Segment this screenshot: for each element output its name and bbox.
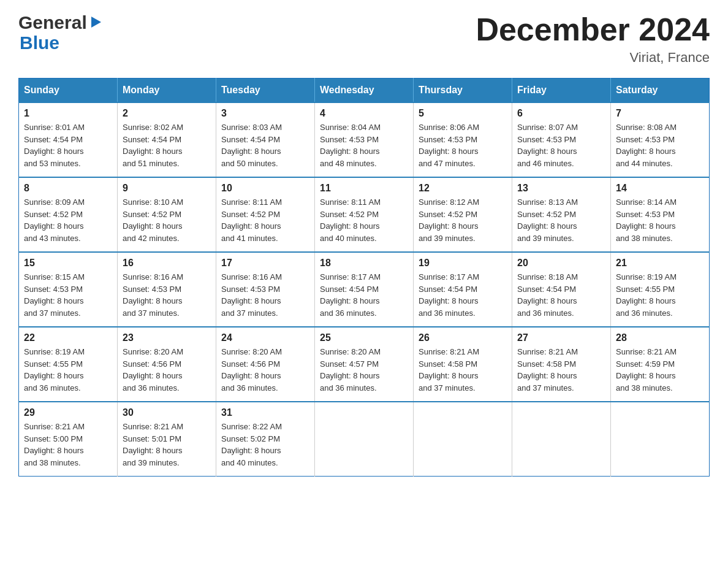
day-info: Sunrise: 8:17 AMSunset: 4:54 PMDaylight:… (419, 271, 507, 319)
day-number: 11 (320, 183, 408, 194)
calendar-week-row: 1Sunrise: 8:01 AMSunset: 4:54 PMDaylight… (19, 102, 710, 177)
day-number: 7 (616, 108, 704, 119)
day-info: Sunrise: 8:01 AMSunset: 4:54 PMDaylight:… (24, 121, 112, 169)
day-info: Sunrise: 8:17 AMSunset: 4:54 PMDaylight:… (320, 271, 408, 319)
calendar-cell: 20Sunrise: 8:18 AMSunset: 4:54 PMDayligh… (512, 252, 611, 327)
logo-blue-text: Blue (20, 33, 102, 53)
day-number: 22 (24, 332, 112, 343)
calendar-cell: 7Sunrise: 8:08 AMSunset: 4:53 PMDaylight… (611, 102, 710, 177)
day-number: 10 (221, 183, 309, 194)
calendar-cell: 26Sunrise: 8:21 AMSunset: 4:58 PMDayligh… (414, 327, 512, 402)
day-number: 26 (419, 332, 507, 343)
weekday-header-row: SundayMondayTuesdayWednesdayThursdayFrid… (19, 79, 710, 103)
day-number: 29 (24, 407, 112, 418)
calendar-cell: 5Sunrise: 8:06 AMSunset: 4:53 PMDaylight… (414, 102, 512, 177)
day-number: 15 (24, 258, 112, 269)
calendar-cell: 15Sunrise: 8:15 AMSunset: 4:53 PMDayligh… (19, 252, 118, 327)
day-number: 21 (616, 258, 704, 269)
day-info: Sunrise: 8:19 AMSunset: 4:55 PMDaylight:… (24, 346, 112, 394)
day-info: Sunrise: 8:20 AMSunset: 4:57 PMDaylight:… (320, 346, 408, 394)
calendar-week-row: 8Sunrise: 8:09 AMSunset: 4:52 PMDaylight… (19, 177, 710, 252)
day-info: Sunrise: 8:11 AMSunset: 4:52 PMDaylight:… (320, 196, 408, 244)
calendar-week-row: 15Sunrise: 8:15 AMSunset: 4:53 PMDayligh… (19, 252, 710, 327)
calendar-cell: 21Sunrise: 8:19 AMSunset: 4:55 PMDayligh… (611, 252, 710, 327)
page-header: General Blue December 2024 Viriat, Franc… (18, 12, 710, 66)
day-info: Sunrise: 8:10 AMSunset: 4:52 PMDaylight:… (123, 196, 211, 244)
day-info: Sunrise: 8:11 AMSunset: 4:52 PMDaylight:… (221, 196, 309, 244)
location-text: Viriat, France (476, 50, 710, 66)
month-title: December 2024 (476, 12, 710, 47)
day-number: 12 (419, 183, 507, 194)
calendar-cell: 6Sunrise: 8:07 AMSunset: 4:53 PMDaylight… (512, 102, 611, 177)
day-info: Sunrise: 8:14 AMSunset: 4:53 PMDaylight:… (616, 196, 704, 244)
day-number: 23 (123, 332, 211, 343)
weekday-header-tuesday: Tuesday (216, 79, 315, 103)
calendar-cell: 9Sunrise: 8:10 AMSunset: 4:52 PMDaylight… (118, 177, 216, 252)
weekday-header-thursday: Thursday (414, 79, 512, 103)
day-number: 6 (517, 108, 605, 119)
day-info: Sunrise: 8:08 AMSunset: 4:53 PMDaylight:… (616, 121, 704, 169)
day-number: 3 (221, 108, 309, 119)
logo: General Blue (18, 12, 102, 53)
day-number: 28 (616, 332, 704, 343)
calendar-cell: 11Sunrise: 8:11 AMSunset: 4:52 PMDayligh… (315, 177, 414, 252)
day-info: Sunrise: 8:16 AMSunset: 4:53 PMDaylight:… (221, 271, 309, 319)
day-info: Sunrise: 8:06 AMSunset: 4:53 PMDaylight:… (419, 121, 507, 169)
day-info: Sunrise: 8:20 AMSunset: 4:56 PMDaylight:… (123, 346, 211, 394)
calendar-week-row: 22Sunrise: 8:19 AMSunset: 4:55 PMDayligh… (19, 327, 710, 402)
day-number: 13 (517, 183, 605, 194)
day-info: Sunrise: 8:02 AMSunset: 4:54 PMDaylight:… (123, 121, 211, 169)
svg-marker-0 (91, 17, 101, 28)
calendar-cell: 27Sunrise: 8:21 AMSunset: 4:58 PMDayligh… (512, 327, 611, 402)
weekday-header-wednesday: Wednesday (315, 79, 414, 103)
weekday-header-sunday: Sunday (19, 79, 118, 103)
day-info: Sunrise: 8:21 AMSunset: 5:01 PMDaylight:… (123, 421, 211, 469)
calendar-cell: 13Sunrise: 8:13 AMSunset: 4:52 PMDayligh… (512, 177, 611, 252)
day-number: 19 (419, 258, 507, 269)
calendar-cell: 8Sunrise: 8:09 AMSunset: 4:52 PMDaylight… (19, 177, 118, 252)
calendar-cell (512, 402, 611, 477)
calendar-cell: 17Sunrise: 8:16 AMSunset: 4:53 PMDayligh… (216, 252, 315, 327)
calendar-cell: 2Sunrise: 8:02 AMSunset: 4:54 PMDaylight… (118, 102, 216, 177)
day-info: Sunrise: 8:04 AMSunset: 4:53 PMDaylight:… (320, 121, 408, 169)
calendar-cell: 1Sunrise: 8:01 AMSunset: 4:54 PMDaylight… (19, 102, 118, 177)
weekday-header-monday: Monday (118, 79, 216, 103)
day-info: Sunrise: 8:21 AMSunset: 4:58 PMDaylight:… (517, 346, 605, 394)
day-info: Sunrise: 8:18 AMSunset: 4:54 PMDaylight:… (517, 271, 605, 319)
day-number: 8 (24, 183, 112, 194)
calendar-cell: 28Sunrise: 8:21 AMSunset: 4:59 PMDayligh… (611, 327, 710, 402)
day-info: Sunrise: 8:22 AMSunset: 5:02 PMDaylight:… (221, 421, 309, 469)
calendar-table: SundayMondayTuesdayWednesdayThursdayFrid… (18, 78, 710, 477)
day-info: Sunrise: 8:15 AMSunset: 4:53 PMDaylight:… (24, 271, 112, 319)
calendar-cell (414, 402, 512, 477)
day-info: Sunrise: 8:07 AMSunset: 4:53 PMDaylight:… (517, 121, 605, 169)
logo-arrow-icon (89, 15, 102, 31)
calendar-cell (611, 402, 710, 477)
day-number: 2 (123, 108, 211, 119)
calendar-cell: 25Sunrise: 8:20 AMSunset: 4:57 PMDayligh… (315, 327, 414, 402)
logo-general-text: General (18, 12, 87, 33)
day-number: 20 (517, 258, 605, 269)
day-number: 25 (320, 332, 408, 343)
day-number: 30 (123, 407, 211, 418)
day-number: 16 (123, 258, 211, 269)
calendar-cell: 31Sunrise: 8:22 AMSunset: 5:02 PMDayligh… (216, 402, 315, 477)
title-block: December 2024 Viriat, France (476, 12, 710, 66)
day-info: Sunrise: 8:03 AMSunset: 4:54 PMDaylight:… (221, 121, 309, 169)
day-info: Sunrise: 8:21 AMSunset: 5:00 PMDaylight:… (24, 421, 112, 469)
day-info: Sunrise: 8:19 AMSunset: 4:55 PMDaylight:… (616, 271, 704, 319)
calendar-cell: 19Sunrise: 8:17 AMSunset: 4:54 PMDayligh… (414, 252, 512, 327)
day-info: Sunrise: 8:21 AMSunset: 4:59 PMDaylight:… (616, 346, 704, 394)
day-info: Sunrise: 8:20 AMSunset: 4:56 PMDaylight:… (221, 346, 309, 394)
day-info: Sunrise: 8:09 AMSunset: 4:52 PMDaylight:… (24, 196, 112, 244)
day-number: 9 (123, 183, 211, 194)
day-number: 17 (221, 258, 309, 269)
day-number: 14 (616, 183, 704, 194)
day-number: 27 (517, 332, 605, 343)
calendar-cell: 10Sunrise: 8:11 AMSunset: 4:52 PMDayligh… (216, 177, 315, 252)
calendar-cell: 30Sunrise: 8:21 AMSunset: 5:01 PMDayligh… (118, 402, 216, 477)
calendar-cell: 12Sunrise: 8:12 AMSunset: 4:52 PMDayligh… (414, 177, 512, 252)
day-number: 24 (221, 332, 309, 343)
weekday-header-friday: Friday (512, 79, 611, 103)
calendar-cell: 14Sunrise: 8:14 AMSunset: 4:53 PMDayligh… (611, 177, 710, 252)
